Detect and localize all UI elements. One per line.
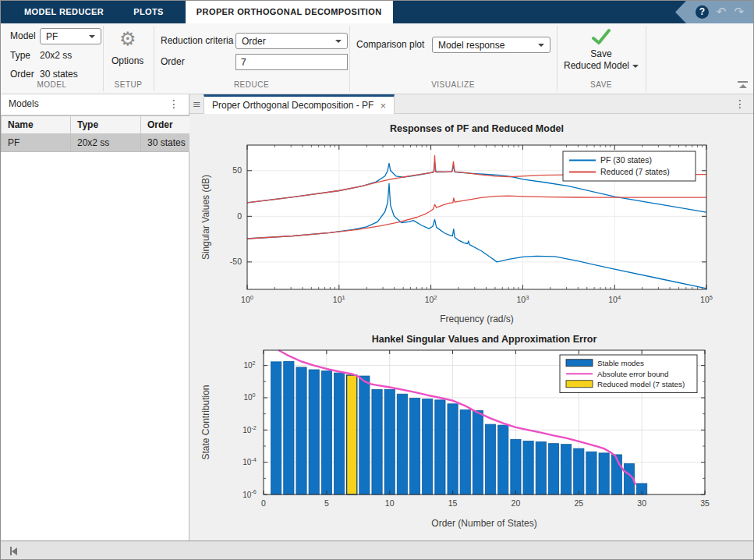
section-divider xyxy=(646,26,646,91)
comparison-plot-value: Model response xyxy=(438,40,504,51)
tab-model-reducer[interactable]: MODEL REDUCER xyxy=(13,1,115,23)
hankel-plot: 0510152025303510-610-410-2100102Stable m… xyxy=(197,328,747,533)
comparison-plot-label: Comparison plot xyxy=(356,37,424,53)
svg-text:10-6: 10-6 xyxy=(242,488,257,498)
panel-menu-icon[interactable]: ⋮ xyxy=(168,97,179,110)
type-label: Type xyxy=(10,48,30,64)
svg-text:100: 100 xyxy=(243,392,255,402)
svg-text:Reduced model (7 states): Reduced model (7 states) xyxy=(597,380,685,388)
order-input[interactable] xyxy=(235,54,348,70)
svg-text:-50: -50 xyxy=(230,257,242,266)
models-table: Name Type Order PF 20x2 ss 30 states xyxy=(1,115,211,152)
chevron-down-icon xyxy=(538,44,544,47)
tab-list-icon[interactable]: ≡ xyxy=(193,98,201,110)
svg-text:Order (Number of States): Order (Number of States) xyxy=(431,518,536,529)
svg-text:102: 102 xyxy=(425,294,437,304)
document-tab-title: Proper Orthogonal Decomposition - PF xyxy=(212,100,373,111)
redo-icon[interactable]: ↷ xyxy=(734,1,744,23)
svg-text:10-2: 10-2 xyxy=(242,424,257,434)
svg-text:10-4: 10-4 xyxy=(242,456,257,466)
col-type[interactable]: Type xyxy=(71,116,141,134)
models-panel-header: Models ⋮ xyxy=(1,94,189,115)
svg-text:Hankel Singular Values and App: Hankel Singular Values and Approximation… xyxy=(372,334,597,345)
save-button-line2: Reduced Model xyxy=(557,59,646,72)
type-value: 20x2 ss xyxy=(40,48,72,64)
status-bar xyxy=(1,541,754,560)
svg-text:25: 25 xyxy=(574,498,583,508)
chevron-down-icon xyxy=(632,65,639,68)
chevron-down-icon xyxy=(335,40,342,43)
model-dropdown-value: PF xyxy=(46,31,58,42)
save-reduced-model-button[interactable]: Save Reduced Model xyxy=(557,23,646,72)
models-panel-title: Models xyxy=(9,98,39,109)
svg-text:103: 103 xyxy=(516,294,529,304)
svg-text:Responses of PF and Reduced Mo: Responses of PF and Reduced Model xyxy=(390,123,564,134)
document-tab-bar: ≡ Proper Orthogonal Decomposition - PF ×… xyxy=(189,94,754,114)
options-button[interactable]: Options xyxy=(112,53,143,69)
section-label-model: MODEL xyxy=(1,80,103,89)
figure-area: 100101102103104105500-50PF (30 states)Re… xyxy=(189,114,754,541)
document-tab-pod-pf[interactable]: Proper Orthogonal Decomposition - PF × xyxy=(204,94,395,114)
gear-icon[interactable]: ⚙ xyxy=(119,30,136,48)
model-reducer-app: MODEL REDUCER PLOTS PROPER ORTHOGONAL DE… xyxy=(0,0,754,560)
toolstrip: Model PF Type 20x2 ss Order 30 states MO… xyxy=(1,23,754,94)
collapse-panel-left-icon[interactable] xyxy=(10,547,17,555)
undo-icon[interactable]: ↶ xyxy=(717,1,727,23)
reduction-criteria-label: Reduction criteria xyxy=(161,33,233,49)
models-panel: Models ⋮ Name Type Order PF 20x2 ss 30 s… xyxy=(1,94,189,541)
svg-text:15: 15 xyxy=(448,498,458,508)
model-dropdown[interactable]: PF xyxy=(40,28,101,44)
reduction-criteria-value: Order xyxy=(242,36,266,47)
svg-text:20: 20 xyxy=(512,498,521,508)
col-name[interactable]: Name xyxy=(2,116,71,134)
quick-access-banner: ? ↶ ↷ xyxy=(675,1,754,23)
tab-plots[interactable]: PLOTS xyxy=(122,1,175,23)
svg-text:Frequency (rad/s): Frequency (rad/s) xyxy=(440,314,514,324)
svg-text:State Contribution: State Contribution xyxy=(200,385,211,459)
chevron-down-icon xyxy=(89,35,95,38)
save-button-line1: Save xyxy=(557,48,646,59)
svg-text:5: 5 xyxy=(324,498,329,508)
help-icon[interactable]: ? xyxy=(696,5,709,19)
check-icon xyxy=(591,28,611,45)
section-label-reduce: REDUCE xyxy=(154,80,349,89)
section-label-setup: SETUP xyxy=(103,80,154,89)
svg-text:10: 10 xyxy=(385,498,395,508)
reduction-criteria-dropdown[interactable]: Order xyxy=(235,33,348,49)
table-row[interactable]: PF 20x2 ss 30 states xyxy=(2,134,211,152)
svg-text:0: 0 xyxy=(237,211,242,221)
reduce-order-label: Order xyxy=(161,54,185,70)
comparison-plot-dropdown[interactable]: Model response xyxy=(432,37,550,53)
document-menu-icon[interactable]: ⋮ xyxy=(735,97,745,110)
svg-text:50: 50 xyxy=(232,165,242,175)
section-label-visualize: VISUALIZE xyxy=(349,80,557,89)
titlebar: MODEL REDUCER PLOTS PROPER ORTHOGONAL DE… xyxy=(1,1,754,23)
collapse-ribbon-icon[interactable] xyxy=(738,81,748,88)
cell-name[interactable]: PF xyxy=(2,134,71,152)
svg-text:100: 100 xyxy=(241,294,253,304)
response-plot: 100101102103104105500-50PF (30 states)Re… xyxy=(197,118,747,328)
svg-text:Absolute error bound: Absolute error bound xyxy=(597,370,669,378)
svg-text:35: 35 xyxy=(700,498,710,508)
model-label: Model xyxy=(10,28,36,44)
models-table-header: Name Type Order xyxy=(2,116,211,134)
svg-text:PF (30 states): PF (30 states) xyxy=(600,155,652,165)
svg-text:Reduced (7 states): Reduced (7 states) xyxy=(600,167,670,176)
section-label-save: SAVE xyxy=(557,80,646,89)
svg-text:105: 105 xyxy=(700,294,713,304)
svg-text:0: 0 xyxy=(261,498,266,508)
svg-text:Stable modes: Stable modes xyxy=(597,359,644,367)
svg-text:30: 30 xyxy=(637,498,646,508)
svg-text:Singular Values (dB): Singular Values (dB) xyxy=(200,175,211,260)
svg-text:101: 101 xyxy=(333,294,345,304)
svg-text:104: 104 xyxy=(608,294,621,304)
svg-text:102: 102 xyxy=(243,360,255,370)
tab-proper-orthogonal-decomposition[interactable]: PROPER ORTHOGONAL DECOMPOSITION xyxy=(186,1,393,23)
close-icon[interactable]: × xyxy=(380,100,386,112)
cell-type[interactable]: 20x2 ss xyxy=(71,134,141,152)
